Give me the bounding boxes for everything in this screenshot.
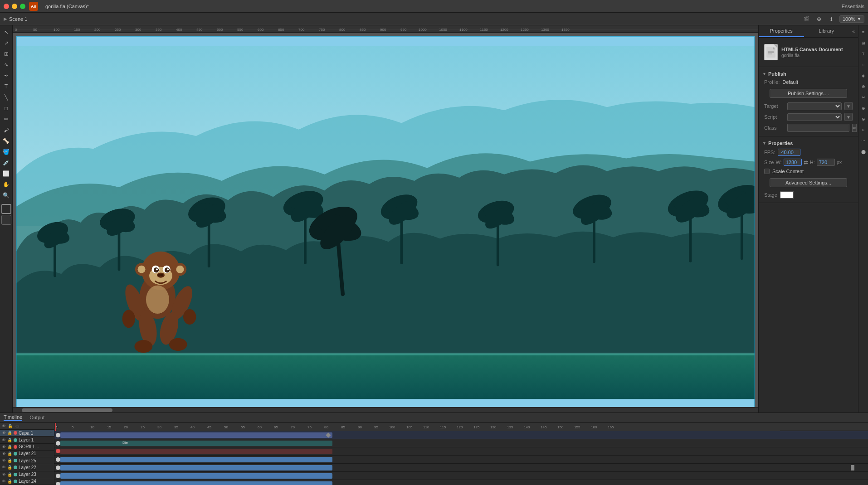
tool-brush[interactable]: 🖌 xyxy=(1,125,11,135)
panel-icon-11[interactable]: ⋯ xyxy=(858,136,868,146)
class-input[interactable] xyxy=(787,124,849,132)
publish-section: ▼ Publish Profile: Default Publish Setti… xyxy=(759,67,858,136)
script-edit-button[interactable]: ▼ xyxy=(844,113,853,121)
tool-subselect[interactable]: ↗ xyxy=(1,38,11,48)
panel-icon-5[interactable]: ◈ xyxy=(858,71,868,81)
frame-rows: Die xyxy=(54,431,868,485)
tab-properties[interactable]: Properties xyxy=(759,25,804,37)
frame-row-layer23[interactable] xyxy=(54,480,868,485)
tool-magnet[interactable]: ⊕ xyxy=(814,14,824,24)
tool-line[interactable]: ╲ xyxy=(1,92,11,102)
target-edit-button[interactable]: ▼ xyxy=(844,102,853,110)
tool-stroke-color[interactable] xyxy=(1,204,11,214)
link-dimensions-icon[interactable]: ⇄ xyxy=(804,159,808,165)
essentials-label[interactable]: Essentials xyxy=(842,4,864,9)
tab-timeline[interactable]: Timeline xyxy=(4,414,22,421)
svg-text:500: 500 xyxy=(217,28,223,32)
tool-text[interactable]: T xyxy=(1,82,11,92)
tool-fill-color[interactable] xyxy=(1,215,11,225)
layer-row-capa1[interactable]: 👁 🔒 Capa 1 + xyxy=(0,430,54,436)
tool-free-transform[interactable]: ⊞ xyxy=(1,49,11,59)
svg-text:160: 160 xyxy=(591,425,597,429)
svg-text:55: 55 xyxy=(241,425,245,429)
layer-vis-icon: 👁 xyxy=(2,431,6,435)
eye-icon[interactable]: 👁 xyxy=(2,424,6,428)
timeline-frames[interactable]: 1 5 10 15 20 25 30 35 40 45 50 55 60 65 xyxy=(54,423,868,485)
height-input[interactable]: 720 xyxy=(817,159,835,166)
layer-row-layer1[interactable]: 👁 🔒 Layer 1 xyxy=(0,436,54,443)
tool-pencil[interactable]: ✏ xyxy=(1,114,11,124)
svg-point-94 xyxy=(134,340,152,353)
stage-canvas[interactable] xyxy=(13,33,758,412)
tab-library[interactable]: Library xyxy=(804,25,849,37)
fps-value[interactable]: 40.00 xyxy=(778,149,800,156)
properties-header[interactable]: ▼ Properties xyxy=(759,139,858,147)
panel-icon-8[interactable]: ⊕ xyxy=(858,103,868,113)
layer-row-layer25[interactable]: 👁 🔒 Layer 25 xyxy=(0,457,54,464)
lock-icon[interactable]: 🔒 xyxy=(8,424,13,428)
tool-select[interactable]: ↖ xyxy=(1,27,11,37)
layer-row-layer24[interactable]: 👁 🔒 Layer 24 xyxy=(0,478,54,485)
scene-label[interactable]: Scene 1 xyxy=(9,16,27,22)
layer-lock-icon: 🔒 xyxy=(7,465,12,470)
tab-output[interactable]: Output xyxy=(29,415,44,421)
panel-icon-10[interactable]: ≈ xyxy=(858,125,868,135)
tool-eraser[interactable]: ⬜ xyxy=(1,169,11,179)
panel-icon-4[interactable]: ↔ xyxy=(858,60,868,70)
layer-lock-icon: 🔒 xyxy=(7,451,12,456)
tool-paint-bucket[interactable]: 🪣 xyxy=(1,147,11,157)
panel-icon-12[interactable]: ⬤ xyxy=(858,147,868,157)
frame-row-capa1[interactable] xyxy=(54,431,868,439)
minimize-button[interactable] xyxy=(12,4,17,9)
horizontal-scrollbar[interactable] xyxy=(13,407,758,412)
script-row: Script ▼ xyxy=(759,112,858,122)
stage-color-swatch[interactable] xyxy=(780,191,794,199)
tool-info[interactable]: ℹ xyxy=(827,14,837,24)
zoom-control[interactable]: 100% ▼ xyxy=(839,15,864,23)
panel-icon-7[interactable]: ✂ xyxy=(858,92,868,102)
layer-row-layer22[interactable]: 👁 🔒 Layer 22 xyxy=(0,464,54,471)
panel-icon-6[interactable]: ⊛ xyxy=(858,82,868,92)
script-select[interactable] xyxy=(787,113,842,121)
svg-text:20: 20 xyxy=(124,425,128,429)
tool-hand[interactable]: ✋ xyxy=(1,179,11,189)
maximize-button[interactable] xyxy=(20,4,25,9)
frame-row-layer1[interactable]: Die xyxy=(54,439,868,447)
close-button[interactable] xyxy=(4,4,9,9)
scrollbar-thumb[interactable] xyxy=(22,408,112,412)
panel-icon-2[interactable]: ⊞ xyxy=(858,38,868,48)
panel-icon-1[interactable]: ≡ xyxy=(858,27,868,37)
layer-row-gorilla[interactable]: 👁 🔒 GORILL... xyxy=(0,444,54,451)
publish-settings-button[interactable]: Publish Settings.... xyxy=(770,89,847,98)
frame-row-layer25[interactable] xyxy=(54,464,868,472)
add-motion-icon[interactable]: + xyxy=(50,431,52,435)
tool-rect[interactable]: □ xyxy=(1,103,11,113)
tool-lasso[interactable]: ∿ xyxy=(1,60,11,70)
layer-vis-icon: 👁 xyxy=(2,438,6,442)
frame-row-gorilla[interactable] xyxy=(54,447,868,456)
target-select[interactable] xyxy=(787,102,842,110)
svg-text:1250: 1250 xyxy=(521,28,529,32)
panel-collapse-button[interactable]: « xyxy=(849,25,858,37)
layer-row-layer23[interactable]: 👁 🔒 Layer 23 xyxy=(0,471,54,478)
target-label: Target xyxy=(764,103,785,109)
panel-icon-3[interactable]: T xyxy=(858,49,868,59)
tool-zoom[interactable]: 🔍 xyxy=(1,190,11,200)
svg-text:0: 0 xyxy=(15,28,17,32)
frame-row-layer22[interactable] xyxy=(54,472,868,480)
advanced-settings-button[interactable]: Advanced Settings... xyxy=(770,178,847,187)
layer-row-layer21[interactable]: 👁 🔒 Layer 21 xyxy=(0,451,54,457)
tool-pen[interactable]: ✒ xyxy=(1,71,11,81)
layer-name-layer1: Layer 1 xyxy=(19,437,52,442)
class-edit-button[interactable]: ✏ xyxy=(852,124,857,132)
panel-icon-9[interactable]: ⊗ xyxy=(858,114,868,124)
width-input[interactable]: 1280 xyxy=(784,159,802,166)
scale-content-checkbox[interactable] xyxy=(764,169,770,174)
tool-eyedropper[interactable]: 💉 xyxy=(1,158,11,168)
publish-header[interactable]: ▼ Publish xyxy=(759,70,858,78)
frame-row-layer21[interactable] xyxy=(54,456,868,464)
tool-movie-clip[interactable]: 🎬 xyxy=(801,14,811,24)
svg-text:95: 95 xyxy=(374,425,378,429)
tool-bone[interactable]: 🦴 xyxy=(1,136,11,146)
size-row: Size W: 1280 ⇄ H: 720 px xyxy=(759,157,858,167)
